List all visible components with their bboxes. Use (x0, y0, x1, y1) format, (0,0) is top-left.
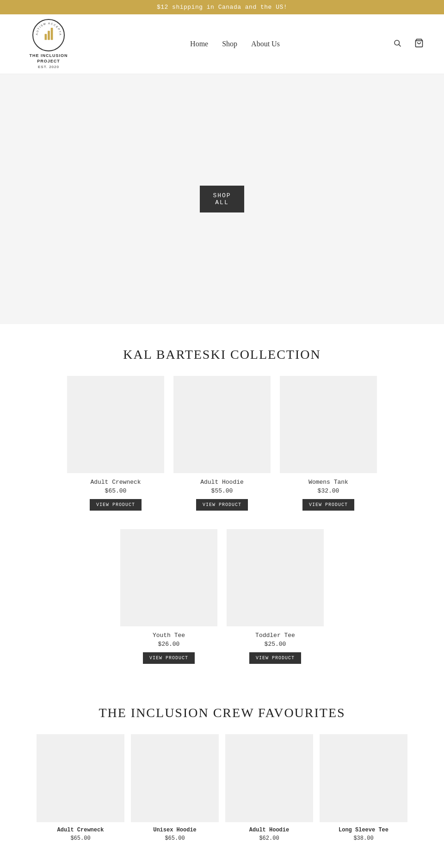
product-name-1: Adult Crewneck (90, 479, 141, 486)
announcement-bar: $12 shipping in Canada and the US! (0, 0, 444, 14)
header-icons (391, 37, 426, 52)
fav-image-2 (131, 734, 219, 822)
fav-price-3: $62.00 (259, 835, 279, 842)
fav-name-4: Long Sleeve Tee (339, 827, 388, 833)
product-name-2: Adult Hoodie (200, 479, 244, 486)
kal-collection-title: KAL BARTESKI COLLECTION (0, 347, 444, 362)
cart-button[interactable] (413, 37, 426, 52)
nav-shop[interactable]: Shop (222, 40, 237, 48)
svg-point-4 (395, 40, 400, 45)
fav-image-1 (37, 734, 124, 822)
logo-title: THE INCLUSION PROJECT (18, 53, 79, 64)
fav-name-1: Adult Crewneck (57, 827, 104, 833)
product-price-2: $55.00 (211, 487, 233, 494)
product-name-3: Womens Tank (308, 479, 348, 486)
nav-home[interactable]: Home (190, 40, 208, 48)
product-image-5 (227, 529, 324, 626)
fav-price-2: $65.00 (165, 835, 185, 842)
shop-all-button[interactable]: SHOPALL (200, 186, 244, 212)
logo-svg: AUTISM ACCEPTANCE (33, 19, 64, 51)
product-image-1 (67, 376, 164, 473)
search-button[interactable] (391, 37, 403, 51)
product-card-4: Youth Tee $26.00 VIEW PRODUCT (120, 529, 217, 664)
logo-est: EST. 2020 (38, 65, 59, 69)
search-icon (393, 39, 401, 47)
header: AUTISM ACCEPTANCE THE INCLUSION PROJECT … (0, 14, 444, 74)
fav-price-1: $65.00 (70, 835, 90, 842)
view-product-btn-5[interactable]: VIEW PRODUCT (249, 652, 301, 664)
announcement-text: $12 shipping in Canada and the US! (157, 4, 287, 11)
svg-text:AUTISM ACCEPTANCE: AUTISM ACCEPTANCE (33, 19, 62, 36)
fav-card-4: Long Sleeve Tee $38.00 (320, 734, 407, 842)
kal-product-grid: Adult Crewneck $65.00 VIEW PRODUCT Adult… (0, 376, 444, 529)
fav-card-2: Unisex Hoodie $65.00 (131, 734, 219, 842)
favourites-title: THE INCLUSION CREW FAVOURITES (0, 706, 444, 720)
product-image-4 (120, 529, 217, 626)
logo-circle: AUTISM ACCEPTANCE (32, 19, 65, 51)
svg-rect-1 (45, 34, 47, 40)
fav-image-4 (320, 734, 407, 822)
view-product-btn-2[interactable]: VIEW PRODUCT (196, 499, 248, 511)
fav-name-2: Unisex Hoodie (153, 827, 197, 833)
view-product-btn-4[interactable]: VIEW PRODUCT (143, 652, 195, 664)
product-image-2 (173, 376, 271, 473)
logo[interactable]: AUTISM ACCEPTANCE THE INCLUSION PROJECT … (18, 19, 79, 69)
view-product-btn-1[interactable]: VIEW PRODUCT (90, 499, 142, 511)
product-price-1: $65.00 (105, 487, 127, 494)
svg-rect-2 (48, 31, 50, 40)
kal-product-grid-row2: Youth Tee $26.00 VIEW PRODUCT Toddler Te… (0, 529, 444, 682)
product-price-3: $32.00 (318, 487, 339, 494)
cart-icon (414, 38, 424, 48)
fav-card-3: Adult Hoodie $62.00 (225, 734, 313, 842)
product-price-4: $26.00 (158, 641, 180, 648)
view-product-btn-3[interactable]: VIEW PRODUCT (302, 499, 354, 511)
product-name-4: Youth Tee (153, 632, 185, 639)
svg-line-5 (399, 44, 401, 46)
main-nav: Home Shop About Us (190, 40, 280, 48)
product-name-5: Toddler Tee (255, 632, 295, 639)
svg-rect-3 (51, 28, 53, 40)
product-image-3 (280, 376, 377, 473)
product-card-1: Adult Crewneck $65.00 VIEW PRODUCT (67, 376, 164, 511)
product-card-3: Womens Tank $32.00 VIEW PRODUCT (280, 376, 377, 511)
fav-card-1: Adult Crewneck $65.00 (37, 734, 124, 842)
fav-image-3 (225, 734, 313, 822)
product-card-2: Adult Hoodie $55.00 VIEW PRODUCT (173, 376, 271, 511)
hero-section: SHOPALL (0, 74, 444, 324)
fav-price-4: $38.00 (353, 835, 373, 842)
product-card-5: Toddler Tee $25.00 VIEW PRODUCT (227, 529, 324, 664)
nav-about[interactable]: About Us (251, 40, 280, 48)
fav-name-3: Adult Hoodie (249, 827, 289, 833)
product-price-5: $25.00 (265, 641, 286, 648)
favourites-grid: Adult Crewneck $65.00 Unisex Hoodie $65.… (0, 734, 444, 860)
